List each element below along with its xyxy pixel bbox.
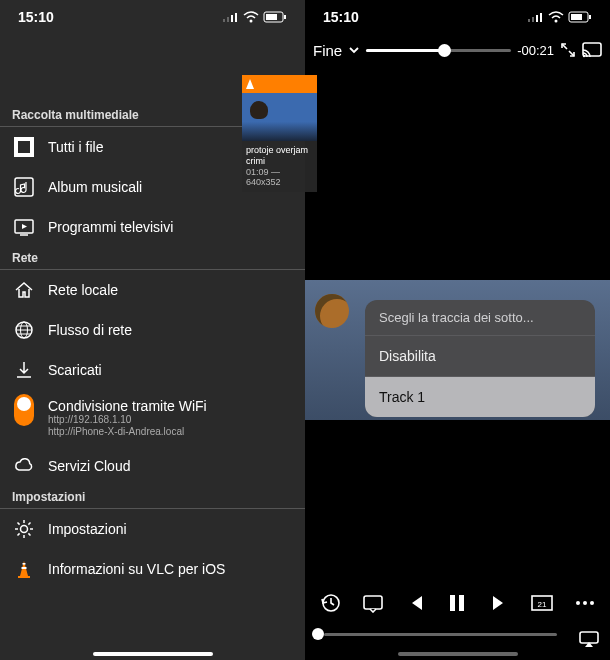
status-bar: 15:10 [0,0,305,34]
menu-wifi-sharing[interactable]: Condivisione tramite WiFi http://192.168… [0,390,305,446]
menu-screen: 15:10 protoje overjam crimi 01:09 — 640x… [0,0,305,660]
menu-label: Scaricati [48,362,102,378]
svg-rect-7 [266,14,277,20]
svg-rect-49 [580,632,598,643]
menu-cloud[interactable]: Servizi Cloud [0,446,305,486]
vlc-cone-icon [12,557,36,581]
airplay-icon[interactable] [578,630,600,648]
home-indicator[interactable] [398,652,518,656]
time-remaining: -00:21 [517,43,554,58]
video-info: protoje overjam crimi 01:09 — 640x352 [242,141,317,192]
svg-rect-32 [536,15,538,22]
menu-label: Informazioni su VLC per iOS [48,561,225,577]
svg-point-48 [590,601,594,605]
more-icon[interactable] [570,588,600,618]
menu-network-stream[interactable]: Flusso di rete [0,310,305,350]
menu-label: Condivisione tramite WiFi [48,398,207,414]
history-icon[interactable] [315,588,345,618]
svg-line-25 [18,533,20,535]
svg-rect-33 [540,13,542,22]
svg-point-47 [583,601,587,605]
globe-icon [12,318,36,342]
subtitle-option-disable[interactable]: Disabilita [365,335,595,376]
status-icons [223,11,287,23]
svg-rect-3 [235,13,237,22]
section-network: Rete [0,247,305,270]
svg-rect-42 [450,595,455,611]
svg-rect-6 [284,15,286,19]
video-title: protoje overjam crimi [246,145,313,167]
aspect-ratio-icon[interactable]: 21 [527,588,557,618]
menu-label: Flusso di rete [48,322,132,338]
svg-line-26 [28,523,30,525]
svg-rect-43 [459,595,464,611]
svg-rect-2 [231,15,233,22]
menu-label: Programmi televisivi [48,219,173,235]
section-settings: Impostazioni [0,486,305,509]
home-icon [12,278,36,302]
menu-label: Servizi Cloud [48,458,130,474]
tv-icon [12,215,36,239]
video-meta: 01:09 — 640x352 [246,167,313,189]
previous-button[interactable] [400,588,430,618]
svg-point-46 [576,601,580,605]
status-time: 15:10 [323,9,359,25]
wifi-icon [548,11,564,23]
svg-rect-41 [364,596,382,609]
video-thumbnail [242,93,317,141]
svg-rect-29 [18,576,30,578]
svg-rect-0 [223,19,225,22]
subtitle-option-track1[interactable]: Track 1 [365,376,595,417]
next-button[interactable] [485,588,515,618]
svg-rect-27 [22,567,27,569]
svg-point-39 [583,55,585,57]
menu-local-network[interactable]: Rete locale [0,270,305,310]
svg-rect-28 [23,563,26,565]
svg-text:21: 21 [538,600,547,609]
vlc-cone-icon [246,79,254,89]
cellular-icon [528,12,544,22]
music-icon [12,175,36,199]
video-thumbnail-card[interactable]: protoje overjam crimi 01:09 — 640x352 [242,75,317,192]
done-button[interactable]: Fine [313,42,342,59]
svg-rect-30 [528,19,530,22]
wifi-toggle[interactable] [12,398,36,422]
cast-icon[interactable] [582,42,602,58]
player-screen: 15:10 Fine -00:21 [305,0,610,660]
playback-controls: 21 [305,588,610,626]
menu-settings[interactable]: Impostazioni [0,509,305,549]
menu-label: Impostazioni [48,521,127,537]
download-icon [12,358,36,382]
secondary-scrubber[interactable] [317,624,557,644]
svg-line-23 [18,523,20,525]
cloud-icon [12,454,36,478]
subtitle-icon[interactable] [358,588,388,618]
pause-button[interactable] [442,588,472,618]
battery-icon [568,11,592,23]
cellular-icon [223,12,239,22]
fullscreen-icon[interactable] [560,42,576,58]
playback-scrubber[interactable] [366,40,511,60]
status-icons [528,11,592,23]
svg-point-4 [250,20,253,23]
svg-rect-36 [589,15,591,19]
home-indicator[interactable] [93,652,213,656]
menu-downloads[interactable]: Scaricati [0,350,305,390]
status-bar: 15:10 [305,0,610,34]
menu-label: Rete locale [48,282,118,298]
player-top-bar: Fine -00:21 [305,34,610,62]
wifi-url2: http://iPhone-X-di-Andrea.local [48,426,207,438]
svg-point-18 [21,526,28,533]
menu-label: Tutti i file [48,139,104,155]
gear-icon [12,517,36,541]
battery-icon [263,11,287,23]
chevron-down-icon[interactable] [348,44,360,56]
menu-about[interactable]: Informazioni su VLC per iOS [0,549,305,589]
svg-line-24 [28,533,30,535]
menu-tv-shows[interactable]: Programmi televisivi [0,207,305,247]
menu-label: Album musicali [48,179,142,195]
wifi-icon [243,11,259,23]
svg-rect-1 [227,17,229,22]
wifi-url1: http://192.168.1.10 [48,414,207,426]
svg-point-34 [555,20,558,23]
